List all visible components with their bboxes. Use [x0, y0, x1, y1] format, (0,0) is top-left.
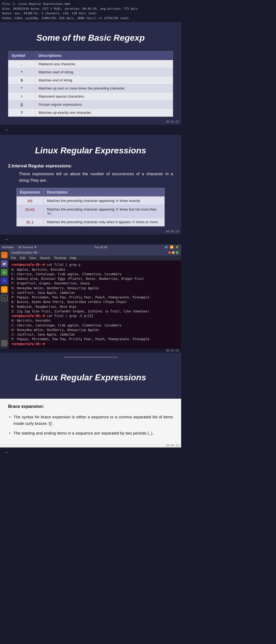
terminal-line: Q: Quince, Queen Anne Cherry, Quararibeа… — [11, 300, 178, 304]
sidebar-icon-files[interactable]: 📁 — [1, 260, 8, 267]
table-cell-desc: Matches end of string. — [35, 76, 173, 84]
brace-heading: Brace expansion: — [8, 404, 173, 409]
network-icon: 📶 — [170, 245, 174, 249]
table-cell-symbol: $ — [8, 76, 35, 84]
taskbar: Activities 🖥 Terminal ▼ Tue 00:40 🔊 📶 ⚡ — [0, 244, 181, 250]
terminal-body: root@mustafa-VB:~# cat file1 | grep pA: … — [9, 260, 181, 349]
slide3-title: Linux Regular Expressions — [8, 367, 173, 391]
terminal-section: Activities 🖥 Terminal ▼ Tue 00:40 🔊 📶 ⚡ … — [0, 244, 181, 353]
terminal-line: R: Rambutan, Raspberries, Rose Hips — [11, 305, 178, 309]
slide2-section: Linux Regular Expressions 2.Interval Reg… — [0, 135, 181, 235]
terminal-line: P: Papaya, Persimmon, Paw Paw, Prickly P… — [11, 337, 178, 342]
maximize-button[interactable] — [176, 251, 178, 254]
interval-cell-expr: {n,m} — [16, 205, 43, 218]
table-cell-desc: Matches start of string. — [35, 68, 173, 76]
activities-label[interactable]: Activities — [2, 246, 14, 249]
terminal-line: A: Apples, Apricots, Avocados — [11, 267, 178, 272]
slide3-title-section: Linux Regular Expressions — [0, 362, 181, 399]
section-body: These expressions tell us about the numb… — [19, 171, 173, 184]
minimize-button[interactable] — [172, 251, 175, 254]
brace-list-item: The syntax for brace expansion is either… — [8, 412, 173, 428]
back-arrow-2[interactable]: ← — [2, 236, 11, 243]
slide3-section: Linux Regular Expressions Brace expansio… — [0, 362, 181, 447]
sidebar: 🦊 📁 A ? a >_ ⋮⋮ — [0, 250, 9, 349]
nav-bar-1: ← — [0, 125, 181, 135]
table-row: {n,m}Matches the preceding character app… — [16, 205, 165, 218]
terminal-command: cat file1 | grep p — [45, 263, 81, 267]
terminal-menu-item[interactable]: File — [11, 256, 16, 260]
terminal-app-label[interactable]: 🖥 Terminal ▼ — [18, 246, 37, 249]
terminal-icon: 🖥 — [18, 246, 21, 249]
slide3-timestamp: 00:05:14 — [0, 443, 181, 447]
table-row: .Replaces any character. — [8, 60, 173, 68]
power-icon: ⚡ — [175, 245, 179, 249]
file-line4: Video: h264, yuv420p, 1280x720, 635 kb/s… — [2, 16, 179, 21]
interval-cell-expr: {n, } — [16, 218, 43, 226]
interval-table: Expression Description {n}Matches the pr… — [16, 188, 165, 226]
sidebar-icon-app2[interactable]: ? — [1, 278, 8, 284]
terminal-line: root@mustafa-VB:~# cat file1 | grep p — [11, 263, 178, 267]
table-cell-desc: Represent special characters. — [35, 92, 173, 101]
terminal-line: C: Cherries, Cantaloupe, Crab apples, Cl… — [11, 323, 178, 328]
terminal-menu-item[interactable]: View — [29, 256, 36, 260]
table-header-symbol: Symbol — [8, 51, 35, 60]
terminal-line: Z: Zig Zag Vine fruit, Zinfandel Grapes,… — [11, 309, 178, 314]
terminal-menu-item[interactable]: Terminal — [54, 256, 66, 260]
table-cell-symbol: . — [8, 60, 35, 68]
terminal-line: D: Damson plum, Dinosaur Eggs (Pluots), … — [11, 277, 178, 281]
terminal-menu-item[interactable]: Help — [70, 256, 77, 260]
interval-cell-desc: Matches the preceding character appearin… — [44, 205, 165, 218]
section-number: 2.Interval Regular expressions: — [8, 164, 173, 168]
sidebar-icon-terminal[interactable]: >_ — [1, 295, 8, 301]
file-line3: Audio: aac, 44100 Hz, 2 channels, s16, 1… — [2, 11, 179, 16]
nav-bar-3: ← — [0, 447, 181, 457]
brace-list: The syntax for brace expansion is either… — [8, 412, 173, 438]
brace-list-item: The starting and ending items in a seque… — [8, 428, 173, 438]
table-row: $Matches end of string. — [8, 76, 173, 84]
table-cell-desc: Matches up zero or more times the preced… — [35, 84, 173, 92]
table-row: {n, }Matches the preceding character onl… — [16, 218, 165, 226]
terminal-command: cat file1 | grep -E p\{2} — [45, 314, 94, 318]
table-header-description: Descriptions — [35, 51, 173, 60]
terminal-line: H: Honeydew melon, Hackberry, Honeycrisp… — [11, 328, 178, 332]
table-cell-desc: Matches up exactly one character. — [35, 109, 173, 117]
terminal-line: C: Cherries, Cantaloupe, Crab apples, Cl… — [11, 272, 178, 277]
taskbar-chevron: ▼ — [34, 246, 37, 249]
table-cell-symbol: * — [8, 84, 35, 92]
sound-icon: 🔊 — [164, 245, 168, 249]
terminal-line: root@mustafa-VB:~# — [11, 342, 178, 346]
back-arrow-1[interactable]: ← — [2, 126, 11, 134]
slide2-title: Linux Regular Expressions — [8, 140, 173, 164]
sidebar-icon-firefox[interactable]: 🦊 — [1, 252, 8, 258]
sidebar-icon-amazon[interactable]: a — [1, 286, 8, 293]
divider-line — [64, 357, 118, 357]
table-row: ?Matches up exactly one character. — [8, 109, 173, 117]
interval-header-desc: Description — [44, 188, 165, 197]
back-arrow-3[interactable]: ← — [2, 449, 11, 456]
taskbar-left: Activities 🖥 Terminal ▼ — [2, 246, 37, 249]
terminal-prompt: root@mustafa-VB:~# — [11, 342, 45, 346]
terminal-window-controls — [168, 251, 178, 254]
terminal-line: A: Apricots, Avocados — [11, 318, 178, 323]
sidebar-icon-app1[interactable]: A — [1, 269, 8, 275]
terminal-prompt: root@mustafa-VB:~# — [11, 263, 45, 267]
table-row: {n}Matches the preceding character appea… — [16, 197, 165, 205]
interval-cell-desc: Matches the preceding character appearin… — [44, 197, 165, 205]
nav-bar-2: ← — [0, 235, 181, 244]
sidebar-grid-icon[interactable]: ⋮⋮ — [1, 340, 8, 346]
terminal-timestamp: 00:03:24 — [0, 349, 181, 353]
terminal-outer: root@mustafa-VB:~ FileEditViewSearchTerm… — [9, 250, 181, 349]
terminal-window-title: root@mustafa-VB:~ — [11, 251, 40, 254]
terminal-line: J: Jackfruit, Java Apple, Jambolan — [11, 332, 178, 337]
slide2-timestamp: 00:03:24 — [166, 230, 179, 233]
file-line1: File: 2. Linux Regular Expressions.mp4 — [2, 2, 179, 6]
terminal-line: J: Jackfruit, Java Apple, Jambolan — [11, 291, 178, 295]
table-cell-symbol: \ — [8, 92, 35, 101]
interval-header-expr: Expression — [16, 188, 43, 197]
brace-content: Brace expansion: The syntax for brace ex… — [0, 399, 181, 443]
terminal-menu-item[interactable]: Edit — [20, 256, 25, 260]
close-button[interactable] — [168, 251, 171, 254]
terminal-menu-item[interactable]: Search — [40, 256, 50, 260]
table-row: \Represent special characters. — [8, 92, 173, 101]
slide1-timestamp: 00:01:13 — [166, 120, 179, 123]
